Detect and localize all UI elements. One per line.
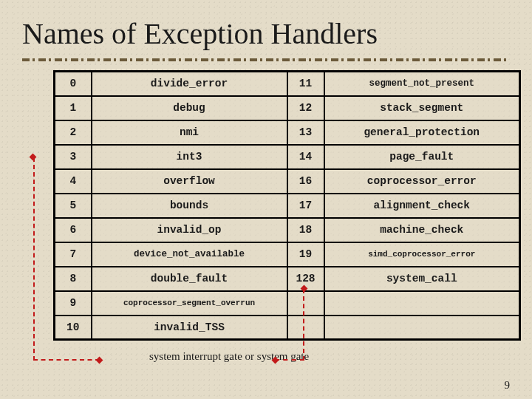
cell-name: invalid_op [92,218,287,242]
cell-name: system_call [324,267,520,291]
table-row: 2 nmi 13 general_protection [55,120,520,145]
cell-name: device_not_available [92,242,287,267]
table-row: 4 overflow 16 coprocessor_error [55,169,520,194]
cell-name: coprocessor_segment_overrun [92,291,287,316]
title-divider [22,58,510,61]
page-number: 9 [505,379,511,392]
annotation-caption: system interrupt gate or system gate [149,350,501,363]
cell-num: 1 [55,96,92,120]
cell-num: 13 [287,120,324,145]
cell-name: coprocessor_error [324,169,520,194]
table-row: 8 double_fault 128 system_call [55,267,520,291]
table-row: 5 bounds 17 alignment_check [55,194,520,218]
slide-title: Names of Exception Handlers [22,16,510,51]
cell-name: stack_segment [324,96,520,120]
cell-num: 2 [55,120,92,145]
table-row: 3 int3 14 page_fault [55,145,520,169]
cell-name: divide_error [92,72,287,96]
cell-name: page_fault [324,145,520,169]
cell-name [324,316,520,340]
cell-num: 16 [287,169,324,194]
cell-num: 19 [287,242,324,267]
table-row: 7 device_not_available 19 simd_coprocess… [55,242,520,267]
cell-name: simd_coprocessor_error [324,242,520,267]
cell-name: nmi [92,120,287,145]
cell-name: double_fault [92,267,287,291]
cell-num: 18 [287,218,324,242]
cell-num: 12 [287,96,324,120]
cell-name: general_protection [324,120,520,145]
cell-num: 17 [287,194,324,218]
cell-num: 0 [55,72,92,96]
annotation-arrow-right [275,289,304,361]
cell-name: debug [92,96,287,120]
cell-name: machine_check [324,218,520,242]
cell-name: int3 [92,145,287,169]
cell-name: invalid_TSS [92,316,287,340]
cell-name [324,291,520,316]
cell-num: 11 [287,72,324,96]
table-row: 6 invalid_op 18 machine_check [55,218,520,242]
table-row: 0 divide_error 11 segment_not_present [55,72,520,96]
annotation-diamond [96,357,103,364]
cell-name: bounds [92,194,287,218]
cell-name: overflow [92,169,287,194]
cell-name: segment_not_present [324,72,520,96]
cell-name: alignment_check [324,194,520,218]
table-row: 1 debug 12 stack_segment [55,96,520,120]
annotation-arrow-left [33,157,100,361]
cell-num: 14 [287,145,324,169]
